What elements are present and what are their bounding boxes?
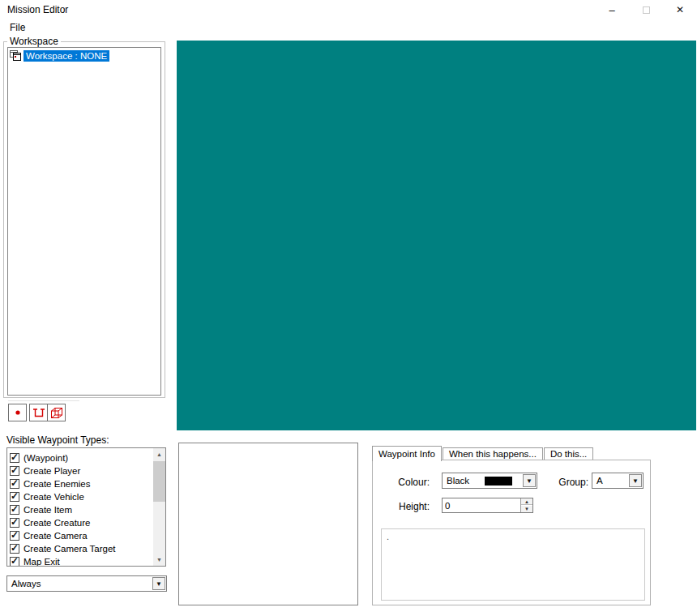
waypoint-type-row[interactable]: Map Exit xyxy=(7,555,153,567)
group-value: A xyxy=(597,476,603,486)
checkbox-checked-icon[interactable] xyxy=(10,557,19,567)
always-dropdown-value: Always xyxy=(11,579,41,588)
waypoint-type-row[interactable]: Create Creature xyxy=(7,516,153,529)
checkbox-checked-icon[interactable] xyxy=(10,531,19,541)
waypoint-note-box[interactable]: . xyxy=(381,528,645,601)
window-title: Mission Editor xyxy=(7,4,68,15)
always-dropdown[interactable]: Always ▼ xyxy=(6,575,167,592)
waypoint-info-panel: Colour: Black ▼ Group: A ▼ Height: ▲ ▼ . xyxy=(372,460,651,605)
dot-tool-button[interactable] xyxy=(8,404,27,421)
waypoint-type-label: Create Vehicle xyxy=(24,492,84,502)
waypoint-type-label: (Waypoint) xyxy=(24,453,68,463)
checkbox-checked-icon[interactable] xyxy=(10,505,19,515)
checkbox-checked-icon[interactable] xyxy=(10,466,19,476)
colour-dropdown[interactable]: Black ▼ xyxy=(442,473,537,489)
waypoint-type-label: Create Camera xyxy=(24,531,88,541)
waypoint-type-label: Create Camera Target xyxy=(24,544,116,554)
menu-item-file[interactable]: File xyxy=(6,20,28,35)
waypoint-list-box[interactable] xyxy=(178,443,358,605)
waypoint-type-row[interactable]: Create Camera xyxy=(7,529,153,542)
window-titlebar: Mission Editor – ✕ xyxy=(0,0,697,19)
checkbox-checked-icon[interactable] xyxy=(10,492,19,502)
waypoint-types-rows: (Waypoint) Create Player Create Enemies … xyxy=(7,448,153,567)
tab-do-this[interactable]: Do this... xyxy=(544,447,593,460)
group-dropdown[interactable]: A ▼ xyxy=(592,473,644,489)
maximize-button[interactable] xyxy=(629,0,663,19)
checkbox-checked-icon[interactable] xyxy=(10,518,19,528)
waypoint-type-label: Create Creature xyxy=(24,518,90,528)
cube-icon xyxy=(50,407,63,419)
vertical-scrollbar[interactable]: ▲ ▼ xyxy=(153,448,165,566)
close-button[interactable]: ✕ xyxy=(663,0,697,19)
tree-item-workspace[interactable]: Workspace : NONE xyxy=(10,49,160,62)
group-dropdown-arrow-icon[interactable]: ▼ xyxy=(629,474,642,487)
waypoint-type-label: Map Exit xyxy=(24,557,60,567)
colour-dropdown-arrow-icon[interactable]: ▼ xyxy=(523,474,536,487)
visible-waypoint-types-label: Visible Waypoint Types: xyxy=(6,434,109,446)
maximize-icon xyxy=(643,6,650,14)
scroll-thumb[interactable] xyxy=(153,461,165,502)
box-tool-button[interactable] xyxy=(47,404,66,421)
up-arrow-icon: ▲ xyxy=(156,451,162,457)
waypoint-type-row[interactable]: Create Item xyxy=(7,503,153,516)
scroll-up-button[interactable]: ▲ xyxy=(153,448,165,460)
tab-bar: Waypoint Info When this happens... Do th… xyxy=(372,445,594,460)
tab-waypoint-info[interactable]: Waypoint Info xyxy=(372,446,442,461)
checkbox-checked-icon[interactable] xyxy=(10,453,19,463)
down-arrow-icon: ▼ xyxy=(156,557,162,563)
checkbox-checked-icon[interactable] xyxy=(10,544,19,554)
workspace-icon xyxy=(10,50,21,61)
waypoint-type-label: Create Item xyxy=(24,505,72,515)
waypoint-type-row[interactable]: (Waypoint) xyxy=(7,451,153,464)
height-label: Height: xyxy=(373,501,430,512)
menu-bar: File xyxy=(0,19,697,36)
dropdown-arrow-icon[interactable]: ▼ xyxy=(152,577,165,590)
workspace-tree[interactable]: Workspace : NONE xyxy=(7,47,161,396)
minimize-icon: – xyxy=(609,4,614,16)
height-spinner: ▲ ▼ xyxy=(520,498,532,512)
tree-item-label: Workspace : NONE xyxy=(24,50,109,62)
height-spinner-up-button[interactable]: ▲ xyxy=(521,498,532,505)
scroll-down-button[interactable]: ▼ xyxy=(153,554,165,566)
tab-when-this-happens[interactable]: When this happens... xyxy=(443,447,543,460)
checkbox-checked-icon[interactable] xyxy=(10,479,19,489)
workspace-group-label: Workspace xyxy=(7,36,61,47)
spinner-up-icon: ▲ xyxy=(524,499,529,504)
height-field: ▲ ▼ xyxy=(442,498,533,513)
waypoint-tool-button[interactable] xyxy=(29,404,48,421)
waypoint-type-row[interactable]: Create Enemies xyxy=(7,477,153,490)
viewport-canvas[interactable] xyxy=(177,41,696,430)
waypoint-rect-icon xyxy=(32,408,45,418)
tree-toolbar xyxy=(8,400,79,421)
group-label: Group: xyxy=(553,477,588,488)
red-dot-icon xyxy=(14,409,22,417)
waypoint-type-row[interactable]: Create Camera Target xyxy=(7,542,153,555)
waypoint-note-text: . xyxy=(382,529,644,544)
close-icon: ✕ xyxy=(676,4,684,15)
waypoint-type-label: Create Enemies xyxy=(24,479,90,489)
waypoint-type-row[interactable]: Create Player xyxy=(7,464,153,477)
colour-value: Black xyxy=(447,476,469,486)
height-input[interactable] xyxy=(443,498,520,512)
spinner-down-icon: ▼ xyxy=(524,507,529,511)
colour-swatch xyxy=(485,477,512,486)
waypoint-type-row[interactable]: Create Vehicle xyxy=(7,490,153,503)
waypoint-types-list[interactable]: (Waypoint) Create Player Create Enemies … xyxy=(6,447,166,567)
minimize-button[interactable]: – xyxy=(595,0,629,19)
waypoint-type-label: Create Player xyxy=(24,466,80,476)
height-spinner-down-button[interactable]: ▼ xyxy=(521,506,532,512)
colour-label: Colour: xyxy=(373,477,430,488)
